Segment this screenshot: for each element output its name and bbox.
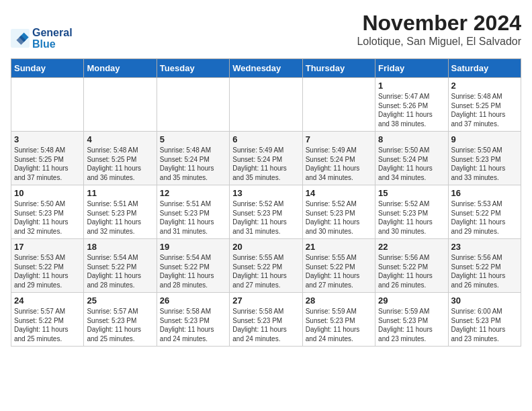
calendar-cell: 11Sunrise: 5:51 AM Sunset: 5:23 PM Dayli… bbox=[84, 185, 157, 239]
day-number: 29 bbox=[378, 295, 445, 306]
logo-line2: Blue bbox=[32, 38, 73, 50]
calendar-cell: 9Sunrise: 5:50 AM Sunset: 5:23 PM Daylig… bbox=[448, 132, 521, 185]
day-info: Sunrise: 5:52 AM Sunset: 5:23 PM Dayligh… bbox=[378, 199, 445, 236]
calendar-cell: 15Sunrise: 5:52 AM Sunset: 5:23 PM Dayli… bbox=[375, 185, 448, 239]
location-title: Lolotique, San Miguel, El Salvador bbox=[357, 36, 521, 48]
day-info: Sunrise: 5:59 AM Sunset: 5:23 PM Dayligh… bbox=[378, 307, 445, 343]
calendar-cell: 7Sunrise: 5:49 AM Sunset: 5:24 PM Daylig… bbox=[302, 132, 375, 185]
calendar-cell: 23Sunrise: 5:56 AM Sunset: 5:22 PM Dayli… bbox=[448, 239, 521, 293]
day-number: 12 bbox=[160, 188, 226, 198]
day-info: Sunrise: 5:48 AM Sunset: 5:25 PM Dayligh… bbox=[451, 92, 518, 128]
calendar-cell: 6Sunrise: 5:49 AM Sunset: 5:24 PM Daylig… bbox=[230, 132, 302, 185]
day-info: Sunrise: 5:58 AM Sunset: 5:23 PM Dayligh… bbox=[160, 307, 226, 343]
calendar-cell bbox=[11, 78, 84, 132]
day-number: 9 bbox=[451, 134, 518, 144]
title-section: November 2024 Lolotique, San Miguel, El … bbox=[357, 11, 521, 48]
day-number: 24 bbox=[14, 295, 81, 306]
day-info: Sunrise: 6:00 AM Sunset: 5:23 PM Dayligh… bbox=[451, 307, 518, 343]
week-row-4: 24Sunrise: 5:57 AM Sunset: 5:22 PM Dayli… bbox=[11, 293, 521, 347]
week-row-0: 1Sunrise: 5:47 AM Sunset: 5:26 PM Daylig… bbox=[11, 78, 521, 132]
day-number: 5 bbox=[160, 134, 226, 144]
week-row-3: 17Sunrise: 5:53 AM Sunset: 5:22 PM Dayli… bbox=[11, 239, 521, 293]
logo: General Blue bbox=[11, 27, 73, 50]
general-blue-icon bbox=[11, 29, 30, 48]
day-number: 28 bbox=[306, 295, 372, 306]
day-info: Sunrise: 5:51 AM Sunset: 5:23 PM Dayligh… bbox=[87, 199, 153, 236]
day-number: 2 bbox=[451, 81, 518, 91]
calendar-cell: 10Sunrise: 5:50 AM Sunset: 5:23 PM Dayli… bbox=[11, 185, 84, 239]
day-number: 17 bbox=[14, 242, 81, 252]
header-tuesday: Tuesday bbox=[157, 59, 229, 78]
logo-line1: General bbox=[32, 27, 73, 39]
calendar-cell: 19Sunrise: 5:54 AM Sunset: 5:22 PM Dayli… bbox=[157, 239, 229, 293]
week-row-2: 10Sunrise: 5:50 AM Sunset: 5:23 PM Dayli… bbox=[11, 185, 521, 239]
header-sunday: Sunday bbox=[11, 59, 84, 78]
header-wednesday: Wednesday bbox=[230, 59, 302, 78]
day-info: Sunrise: 5:58 AM Sunset: 5:23 PM Dayligh… bbox=[232, 307, 299, 343]
calendar-cell: 1Sunrise: 5:47 AM Sunset: 5:26 PM Daylig… bbox=[375, 78, 448, 132]
calendar-cell: 21Sunrise: 5:55 AM Sunset: 5:22 PM Dayli… bbox=[302, 239, 375, 293]
calendar-body: 1Sunrise: 5:47 AM Sunset: 5:26 PM Daylig… bbox=[11, 78, 521, 347]
calendar-cell: 8Sunrise: 5:50 AM Sunset: 5:24 PM Daylig… bbox=[375, 132, 448, 185]
day-info: Sunrise: 5:47 AM Sunset: 5:26 PM Dayligh… bbox=[378, 92, 445, 128]
day-info: Sunrise: 5:49 AM Sunset: 5:24 PM Dayligh… bbox=[232, 146, 299, 182]
calendar-header-row: SundayMondayTuesdayWednesdayThursdayFrid… bbox=[11, 59, 521, 78]
calendar-table: SundayMondayTuesdayWednesdayThursdayFrid… bbox=[11, 58, 521, 347]
day-info: Sunrise: 5:56 AM Sunset: 5:22 PM Dayligh… bbox=[378, 253, 445, 289]
header-monday: Monday bbox=[84, 59, 157, 78]
calendar-cell: 30Sunrise: 6:00 AM Sunset: 5:23 PM Dayli… bbox=[448, 293, 521, 347]
day-info: Sunrise: 5:53 AM Sunset: 5:22 PM Dayligh… bbox=[451, 199, 518, 236]
day-number: 18 bbox=[87, 242, 153, 252]
day-number: 21 bbox=[306, 242, 372, 252]
day-number: 22 bbox=[378, 242, 445, 252]
calendar-cell: 16Sunrise: 5:53 AM Sunset: 5:22 PM Dayli… bbox=[448, 185, 521, 239]
calendar-cell: 2Sunrise: 5:48 AM Sunset: 5:25 PM Daylig… bbox=[448, 78, 521, 132]
day-number: 3 bbox=[14, 134, 81, 144]
day-info: Sunrise: 5:59 AM Sunset: 5:23 PM Dayligh… bbox=[306, 307, 372, 343]
calendar-cell: 27Sunrise: 5:58 AM Sunset: 5:23 PM Dayli… bbox=[230, 293, 302, 347]
day-number: 20 bbox=[232, 242, 299, 252]
day-info: Sunrise: 5:55 AM Sunset: 5:22 PM Dayligh… bbox=[232, 253, 299, 289]
calendar-cell bbox=[302, 78, 375, 132]
calendar-cell: 25Sunrise: 5:57 AM Sunset: 5:23 PM Dayli… bbox=[84, 293, 157, 347]
header-friday: Friday bbox=[375, 59, 448, 78]
header-saturday: Saturday bbox=[448, 59, 521, 78]
calendar-cell: 20Sunrise: 5:55 AM Sunset: 5:22 PM Dayli… bbox=[230, 239, 302, 293]
day-info: Sunrise: 5:52 AM Sunset: 5:23 PM Dayligh… bbox=[306, 199, 372, 236]
day-number: 11 bbox=[87, 188, 153, 198]
month-title: November 2024 bbox=[357, 11, 521, 36]
day-number: 8 bbox=[378, 134, 445, 144]
day-info: Sunrise: 5:55 AM Sunset: 5:22 PM Dayligh… bbox=[306, 253, 372, 289]
day-number: 25 bbox=[87, 295, 153, 306]
day-info: Sunrise: 5:48 AM Sunset: 5:25 PM Dayligh… bbox=[14, 146, 81, 182]
day-info: Sunrise: 5:57 AM Sunset: 5:22 PM Dayligh… bbox=[14, 307, 81, 343]
day-number: 19 bbox=[160, 242, 226, 252]
day-number: 6 bbox=[232, 134, 299, 144]
day-info: Sunrise: 5:57 AM Sunset: 5:23 PM Dayligh… bbox=[87, 307, 153, 343]
calendar-cell: 4Sunrise: 5:48 AM Sunset: 5:25 PM Daylig… bbox=[84, 132, 157, 185]
day-info: Sunrise: 5:54 AM Sunset: 5:22 PM Dayligh… bbox=[160, 253, 226, 289]
calendar-cell: 22Sunrise: 5:56 AM Sunset: 5:22 PM Dayli… bbox=[375, 239, 448, 293]
day-info: Sunrise: 5:48 AM Sunset: 5:25 PM Dayligh… bbox=[87, 146, 153, 182]
day-number: 1 bbox=[378, 81, 445, 91]
day-number: 26 bbox=[160, 295, 226, 306]
day-info: Sunrise: 5:53 AM Sunset: 5:22 PM Dayligh… bbox=[14, 253, 81, 289]
day-number: 16 bbox=[451, 188, 518, 198]
day-info: Sunrise: 5:54 AM Sunset: 5:22 PM Dayligh… bbox=[87, 253, 153, 289]
day-info: Sunrise: 5:50 AM Sunset: 5:23 PM Dayligh… bbox=[451, 146, 518, 182]
day-info: Sunrise: 5:48 AM Sunset: 5:24 PM Dayligh… bbox=[160, 146, 226, 182]
calendar-cell: 24Sunrise: 5:57 AM Sunset: 5:22 PM Dayli… bbox=[11, 293, 84, 347]
day-info: Sunrise: 5:51 AM Sunset: 5:23 PM Dayligh… bbox=[160, 199, 226, 236]
calendar-cell bbox=[84, 78, 157, 132]
day-info: Sunrise: 5:52 AM Sunset: 5:23 PM Dayligh… bbox=[232, 199, 299, 236]
week-row-1: 3Sunrise: 5:48 AM Sunset: 5:25 PM Daylig… bbox=[11, 132, 521, 185]
day-number: 7 bbox=[306, 134, 372, 144]
header-thursday: Thursday bbox=[302, 59, 375, 78]
calendar-cell: 13Sunrise: 5:52 AM Sunset: 5:23 PM Dayli… bbox=[230, 185, 302, 239]
day-info: Sunrise: 5:50 AM Sunset: 5:23 PM Dayligh… bbox=[14, 199, 81, 236]
calendar-cell: 26Sunrise: 5:58 AM Sunset: 5:23 PM Dayli… bbox=[157, 293, 229, 347]
calendar-cell: 5Sunrise: 5:48 AM Sunset: 5:24 PM Daylig… bbox=[157, 132, 229, 185]
day-info: Sunrise: 5:49 AM Sunset: 5:24 PM Dayligh… bbox=[306, 146, 372, 182]
day-number: 27 bbox=[232, 295, 299, 306]
calendar-cell: 28Sunrise: 5:59 AM Sunset: 5:23 PM Dayli… bbox=[302, 293, 375, 347]
